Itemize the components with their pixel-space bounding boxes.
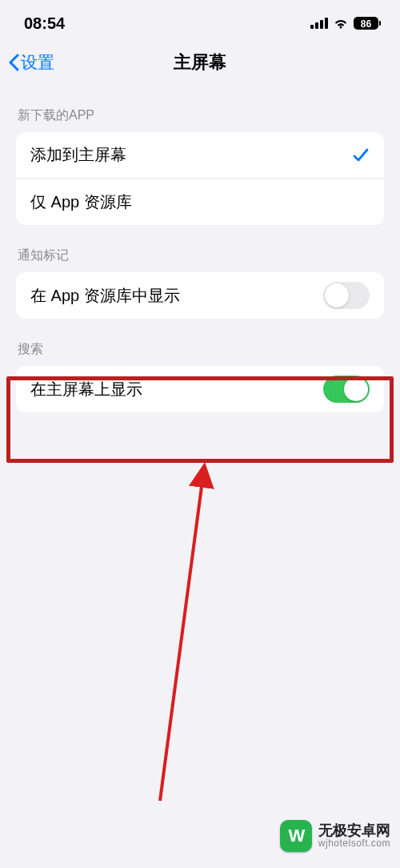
list-new-apps: 添加到主屏幕 仅 App 资源库 <box>16 132 384 225</box>
section-header-search: 搜索 <box>0 341 400 366</box>
back-label: 设置 <box>21 51 54 74</box>
page-title: 主屏幕 <box>174 50 226 74</box>
section-search: 搜索 在主屏幕上显示 <box>0 341 400 412</box>
status-time: 08:54 <box>24 14 65 33</box>
watermark-text: 无极安卓网 wjhotelsoft.com <box>318 823 390 850</box>
svg-rect-1 <box>315 22 318 29</box>
svg-rect-3 <box>325 18 328 29</box>
list-search: 在主屏幕上显示 <box>16 366 384 412</box>
row-label: 仅 App 资源库 <box>30 191 132 213</box>
chevron-left-icon <box>8 54 19 71</box>
row-app-library-only[interactable]: 仅 App 资源库 <box>16 179 384 225</box>
svg-text:86: 86 <box>361 18 372 30</box>
toggle-knob <box>344 377 368 401</box>
section-header-badges: 通知标记 <box>0 247 400 272</box>
row-add-to-home[interactable]: 添加到主屏幕 <box>16 132 384 179</box>
row-label: 在 App 资源库中显示 <box>30 285 180 307</box>
back-button[interactable]: 设置 <box>8 51 54 74</box>
row-label: 添加到主屏幕 <box>30 144 126 166</box>
status-icons: 86 <box>310 17 381 30</box>
toggle-knob <box>325 283 349 307</box>
svg-rect-0 <box>310 25 314 29</box>
wifi-icon <box>333 18 349 29</box>
toggle-show-on-home[interactable] <box>323 376 370 403</box>
section-header-new-apps: 新下载的APP <box>0 107 400 132</box>
section-badges: 通知标记 在 App 资源库中显示 <box>0 247 400 319</box>
watermark-title: 无极安卓网 <box>318 823 390 839</box>
watermark-logo: W <box>280 820 312 852</box>
status-bar: 08:54 86 <box>0 0 400 40</box>
row-show-in-app-library: 在 App 资源库中显示 <box>16 272 384 319</box>
list-badges: 在 App 资源库中显示 <box>16 272 384 319</box>
battery-icon: 86 <box>354 17 381 30</box>
watermark: W 无极安卓网 wjhotelsoft.com <box>280 820 390 852</box>
svg-rect-2 <box>320 20 323 29</box>
row-show-on-home: 在主屏幕上显示 <box>16 366 384 412</box>
watermark-url: wjhotelsoft.com <box>318 838 390 849</box>
nav-bar: 设置 主屏幕 <box>0 40 400 85</box>
section-new-apps: 新下载的APP 添加到主屏幕 仅 App 资源库 <box>0 107 400 225</box>
toggle-show-in-app-library[interactable] <box>323 282 370 309</box>
cellular-icon <box>310 18 328 29</box>
svg-line-7 <box>160 468 204 801</box>
checkmark-icon <box>352 147 370 164</box>
row-label: 在主屏幕上显示 <box>30 379 142 400</box>
svg-rect-5 <box>379 21 381 26</box>
